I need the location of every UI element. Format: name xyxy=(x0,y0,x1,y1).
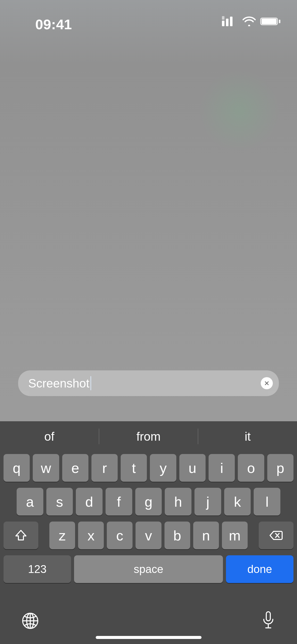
key-t[interactable]: t xyxy=(121,454,147,482)
key-s[interactable]: s xyxy=(46,488,73,516)
keyboard: of from it q w e r t y u i o p a s d f g… xyxy=(0,421,297,644)
key-n[interactable]: n xyxy=(193,522,219,549)
key-z[interactable]: z xyxy=(49,522,75,549)
mic-button[interactable] xyxy=(261,611,276,630)
key-m[interactable]: m xyxy=(222,522,248,549)
key-numbers[interactable]: 123 xyxy=(4,555,71,583)
key-e[interactable]: e xyxy=(62,454,88,482)
key-w[interactable]: w xyxy=(33,454,59,482)
key-f[interactable]: f xyxy=(106,488,132,516)
key-u[interactable]: u xyxy=(179,454,206,482)
key-delete[interactable] xyxy=(259,522,293,549)
text-caret xyxy=(90,376,91,390)
home-indicator[interactable] xyxy=(96,636,202,639)
key-done[interactable]: done xyxy=(226,555,293,583)
battery-icon xyxy=(260,16,282,26)
key-b[interactable]: b xyxy=(164,522,190,549)
suggestion-1[interactable]: of xyxy=(0,430,99,443)
key-x[interactable]: x xyxy=(78,522,104,549)
suggestion-3[interactable]: it xyxy=(198,430,297,443)
key-d[interactable]: d xyxy=(76,488,103,516)
key-i[interactable]: i xyxy=(209,454,235,482)
key-j[interactable]: j xyxy=(194,488,221,516)
key-a[interactable]: a xyxy=(17,488,43,516)
key-shift[interactable] xyxy=(4,522,38,549)
key-c[interactable]: c xyxy=(107,522,133,549)
key-q[interactable]: q xyxy=(4,454,30,482)
key-y[interactable]: y xyxy=(150,454,176,482)
suggestion-row: of from it xyxy=(0,421,297,452)
key-p[interactable]: p xyxy=(267,454,293,482)
delete-icon xyxy=(269,528,284,543)
key-g[interactable]: g xyxy=(135,488,162,516)
key-v[interactable]: v xyxy=(136,522,161,549)
key-space[interactable]: space xyxy=(74,555,223,583)
key-h[interactable]: h xyxy=(165,488,191,516)
suggestion-2[interactable]: from xyxy=(99,430,198,443)
key-r[interactable]: r xyxy=(91,454,118,482)
wifi-icon xyxy=(243,16,256,26)
globe-button[interactable] xyxy=(21,612,39,630)
svg-rect-2 xyxy=(266,612,270,621)
microphone-icon xyxy=(261,626,276,631)
spotlight-search-field[interactable]: Screenshot xyxy=(18,370,279,396)
clear-button[interactable] xyxy=(261,377,273,389)
key-o[interactable]: o xyxy=(238,454,264,482)
status-bar: 09:41 xyxy=(0,0,297,40)
keyboard-bottom-bar xyxy=(0,601,297,644)
status-right xyxy=(222,16,282,26)
shift-icon xyxy=(13,528,28,543)
close-icon xyxy=(264,381,269,386)
cellular-icon xyxy=(222,16,238,26)
key-k[interactable]: k xyxy=(224,488,251,516)
globe-icon xyxy=(21,626,39,631)
key-l[interactable]: l xyxy=(254,488,280,516)
search-input-text: Screenshot xyxy=(28,376,89,390)
status-time: 09:41 xyxy=(35,16,72,33)
